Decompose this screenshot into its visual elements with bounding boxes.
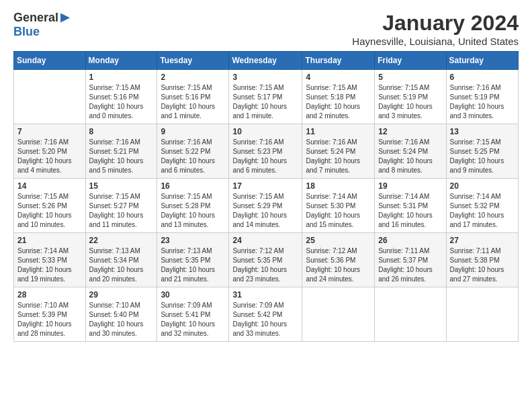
day-number: 31 [232, 290, 298, 300]
col-sunday: Sunday [14, 52, 86, 70]
day-number: 16 [161, 181, 225, 191]
day-info: Sunrise: 7:10 AM Sunset: 5:39 PM Dayligh… [17, 301, 82, 338]
table-row: 20Sunrise: 7:14 AM Sunset: 5:32 PM Dayli… [446, 179, 518, 233]
day-number: 13 [450, 127, 515, 136]
day-info: Sunrise: 7:11 AM Sunset: 5:37 PM Dayligh… [378, 246, 442, 284]
day-info: Sunrise: 7:14 AM Sunset: 5:33 PM Dayligh… [17, 246, 82, 284]
calendar-week-row: 28Sunrise: 7:10 AM Sunset: 5:39 PM Dayli… [14, 287, 519, 342]
day-info: Sunrise: 7:16 AM Sunset: 5:23 PM Dayligh… [232, 138, 298, 175]
table-row: 29Sunrise: 7:10 AM Sunset: 5:40 PM Dayli… [85, 287, 157, 342]
day-number: 23 [161, 236, 225, 245]
day-number: 14 [17, 181, 82, 191]
day-info: Sunrise: 7:15 AM Sunset: 5:19 PM Dayligh… [378, 83, 442, 121]
table-row: 19Sunrise: 7:14 AM Sunset: 5:31 PM Dayli… [375, 179, 446, 233]
table-row [375, 287, 446, 342]
table-row: 26Sunrise: 7:11 AM Sunset: 5:37 PM Dayli… [375, 233, 446, 287]
day-number: 3 [232, 73, 298, 82]
header: General Blue January 2024 Haynesville, L… [13, 11, 519, 47]
table-row: 31Sunrise: 7:09 AM Sunset: 5:42 PM Dayli… [229, 287, 302, 342]
day-info: Sunrise: 7:09 AM Sunset: 5:41 PM Dayligh… [161, 301, 225, 338]
day-info: Sunrise: 7:16 AM Sunset: 5:19 PM Dayligh… [450, 83, 515, 121]
table-row [14, 70, 86, 124]
col-thursday: Thursday [302, 52, 375, 70]
table-row: 16Sunrise: 7:15 AM Sunset: 5:28 PM Dayli… [157, 179, 229, 233]
page-container: General Blue January 2024 Haynesville, L… [0, 0, 532, 349]
table-row: 8Sunrise: 7:16 AM Sunset: 5:21 PM Daylig… [85, 124, 157, 179]
day-number: 11 [306, 127, 371, 136]
day-info: Sunrise: 7:15 AM Sunset: 5:26 PM Dayligh… [17, 192, 82, 230]
table-row: 15Sunrise: 7:15 AM Sunset: 5:27 PM Dayli… [85, 179, 157, 233]
table-row: 12Sunrise: 7:16 AM Sunset: 5:24 PM Dayli… [375, 124, 446, 179]
day-info: Sunrise: 7:15 AM Sunset: 5:16 PM Dayligh… [89, 83, 154, 121]
table-row: 3Sunrise: 7:15 AM Sunset: 5:17 PM Daylig… [229, 70, 302, 124]
calendar-week-row: 14Sunrise: 7:15 AM Sunset: 5:26 PM Dayli… [14, 179, 519, 233]
day-info: Sunrise: 7:10 AM Sunset: 5:40 PM Dayligh… [89, 301, 154, 338]
col-tuesday: Tuesday [157, 52, 229, 70]
table-row: 10Sunrise: 7:16 AM Sunset: 5:23 PM Dayli… [229, 124, 302, 179]
table-row: 11Sunrise: 7:16 AM Sunset: 5:24 PM Dayli… [302, 124, 375, 179]
day-number: 17 [232, 181, 298, 191]
day-number: 30 [161, 290, 225, 300]
day-number: 7 [17, 127, 82, 136]
day-info: Sunrise: 7:12 AM Sunset: 5:36 PM Dayligh… [306, 246, 371, 284]
table-row: 17Sunrise: 7:15 AM Sunset: 5:29 PM Dayli… [229, 179, 302, 233]
day-info: Sunrise: 7:11 AM Sunset: 5:38 PM Dayligh… [450, 246, 515, 284]
table-row: 28Sunrise: 7:10 AM Sunset: 5:39 PM Dayli… [14, 287, 86, 342]
table-row: 30Sunrise: 7:09 AM Sunset: 5:41 PM Dayli… [157, 287, 229, 342]
day-number: 21 [17, 236, 82, 245]
day-number: 10 [232, 127, 298, 136]
day-number: 18 [306, 181, 371, 191]
day-info: Sunrise: 7:15 AM Sunset: 5:17 PM Dayligh… [232, 83, 298, 121]
day-number: 5 [378, 73, 442, 82]
day-info: Sunrise: 7:14 AM Sunset: 5:30 PM Dayligh… [306, 192, 371, 230]
day-info: Sunrise: 7:15 AM Sunset: 5:16 PM Dayligh… [161, 83, 225, 121]
table-row: 6Sunrise: 7:16 AM Sunset: 5:19 PM Daylig… [446, 70, 518, 124]
col-saturday: Saturday [446, 52, 518, 70]
table-row: 23Sunrise: 7:13 AM Sunset: 5:35 PM Dayli… [157, 233, 229, 287]
table-row [302, 287, 375, 342]
logo: General Blue [13, 11, 70, 39]
day-number: 27 [450, 236, 515, 245]
day-info: Sunrise: 7:12 AM Sunset: 5:35 PM Dayligh… [232, 246, 298, 284]
day-info: Sunrise: 7:16 AM Sunset: 5:22 PM Dayligh… [161, 138, 225, 175]
table-row: 25Sunrise: 7:12 AM Sunset: 5:36 PM Dayli… [302, 233, 375, 287]
day-number: 8 [89, 127, 154, 136]
logo-arrow-icon [60, 13, 70, 23]
day-info: Sunrise: 7:14 AM Sunset: 5:32 PM Dayligh… [450, 192, 515, 230]
table-row: 18Sunrise: 7:14 AM Sunset: 5:30 PM Dayli… [302, 179, 375, 233]
table-row: 21Sunrise: 7:14 AM Sunset: 5:33 PM Dayli… [14, 233, 86, 287]
calendar-table: Sunday Monday Tuesday Wednesday Thursday… [13, 51, 519, 342]
day-info: Sunrise: 7:16 AM Sunset: 5:21 PM Dayligh… [89, 138, 154, 175]
day-number: 24 [232, 236, 298, 245]
day-number: 9 [161, 127, 225, 136]
table-row: 13Sunrise: 7:15 AM Sunset: 5:25 PM Dayli… [446, 124, 518, 179]
day-info: Sunrise: 7:14 AM Sunset: 5:31 PM Dayligh… [378, 192, 442, 230]
day-info: Sunrise: 7:16 AM Sunset: 5:24 PM Dayligh… [306, 138, 371, 175]
day-info: Sunrise: 7:15 AM Sunset: 5:25 PM Dayligh… [450, 138, 515, 175]
logo-general-text: General [13, 11, 58, 25]
day-number: 25 [306, 236, 371, 245]
day-info: Sunrise: 7:15 AM Sunset: 5:28 PM Dayligh… [161, 192, 225, 230]
day-number: 20 [450, 181, 515, 191]
table-row: 27Sunrise: 7:11 AM Sunset: 5:38 PM Dayli… [446, 233, 518, 287]
day-info: Sunrise: 7:13 AM Sunset: 5:34 PM Dayligh… [89, 246, 154, 284]
day-info: Sunrise: 7:15 AM Sunset: 5:27 PM Dayligh… [89, 192, 154, 230]
day-info: Sunrise: 7:16 AM Sunset: 5:20 PM Dayligh… [17, 138, 82, 175]
day-number: 15 [89, 181, 154, 191]
day-number: 6 [450, 73, 515, 82]
location-subtitle: Haynesville, Louisiana, United States [352, 36, 519, 47]
table-row: 9Sunrise: 7:16 AM Sunset: 5:22 PM Daylig… [157, 124, 229, 179]
table-row: 14Sunrise: 7:15 AM Sunset: 5:26 PM Dayli… [14, 179, 86, 233]
day-number: 19 [378, 181, 442, 191]
day-number: 12 [378, 127, 442, 136]
table-row: 7Sunrise: 7:16 AM Sunset: 5:20 PM Daylig… [14, 124, 86, 179]
col-wednesday: Wednesday [229, 52, 302, 70]
calendar-header-row: Sunday Monday Tuesday Wednesday Thursday… [14, 52, 519, 70]
table-row: 22Sunrise: 7:13 AM Sunset: 5:34 PM Dayli… [85, 233, 157, 287]
day-info: Sunrise: 7:15 AM Sunset: 5:29 PM Dayligh… [232, 192, 298, 230]
day-info: Sunrise: 7:15 AM Sunset: 5:18 PM Dayligh… [306, 83, 371, 121]
day-number: 2 [161, 73, 225, 82]
day-number: 29 [89, 290, 154, 300]
table-row: 2Sunrise: 7:15 AM Sunset: 5:16 PM Daylig… [157, 70, 229, 124]
day-number: 1 [89, 73, 154, 82]
